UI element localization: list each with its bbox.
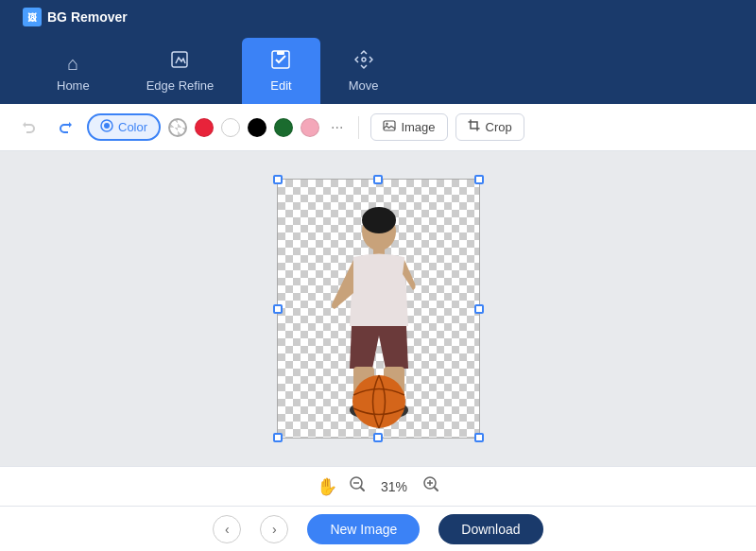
zoom-out-button[interactable] [349,475,366,497]
crop-handle-bottom-right[interactable] [474,433,484,442]
subject-figure [278,180,481,439]
swatch-white[interactable] [221,118,240,137]
nav-item-move-label: Move [349,78,379,93]
move-icon [353,49,374,73]
canvas-area [0,151,756,466]
swatch-transparent[interactable] [168,118,187,137]
svg-point-10 [362,207,396,233]
swatch-pink[interactable] [301,118,319,137]
svg-rect-2 [277,51,284,55]
prev-button[interactable]: ‹ [213,515,241,543]
toolbar-separator [358,116,359,139]
crop-handle-bottom-mid[interactable] [373,433,383,442]
swatch-black[interactable] [248,118,266,137]
edit-icon [270,49,291,73]
edge-refine-icon [169,49,190,73]
crop-button[interactable]: Crop [455,113,524,141]
svg-point-7 [387,123,388,125]
redo-button[interactable] [51,113,79,142]
undo-button[interactable] [15,113,43,142]
crop-handle-left-mid[interactable] [273,304,283,314]
svg-line-19 [361,488,364,491]
zoom-bar: ✋ 31% [0,466,756,506]
nav-bar: ⌂ Home Edge Refine Edit [0,28,756,104]
svg-point-5 [104,123,110,129]
home-icon: ⌂ [67,54,78,73]
nav-item-move[interactable]: Move [320,38,407,104]
svg-rect-8 [471,122,477,129]
crop-button-icon [468,119,481,135]
app-logo: 🖼 [23,8,42,26]
app-title-bar: 🖼 BG Remover [8,8,143,26]
svg-rect-6 [384,121,395,130]
image-button-icon [383,119,396,135]
svg-point-16 [352,375,405,428]
nav-item-edge-refine-label: Edge Refine [146,78,215,93]
next-button[interactable]: › [260,515,288,543]
zoom-in-button[interactable] [422,475,439,497]
svg-point-3 [362,58,366,61]
app-title-text: BG Remover [47,9,128,25]
crop-handle-top-right[interactable] [474,175,484,184]
nav-item-edit[interactable]: Edit [242,38,319,104]
color-icon [100,119,113,135]
image-button-label: Image [401,120,435,134]
color-button[interactable]: Color [87,113,161,141]
nav-item-edit-label: Edit [270,78,291,93]
app-header: 🖼 BG Remover ⌂ Home Edge Refine [0,0,756,104]
crop-handle-top-mid[interactable] [373,175,383,184]
crop-handle-right-mid[interactable] [474,304,484,314]
zoom-value: 31% [377,479,411,494]
crop-handle-top-left[interactable] [273,175,283,184]
swatch-red[interactable] [195,118,214,137]
svg-line-23 [435,488,438,491]
more-colors-button[interactable]: ··· [327,119,347,136]
pan-tool-button[interactable]: ✋ [317,476,337,497]
new-image-button[interactable]: New Image [307,514,420,544]
color-button-label: Color [118,120,147,134]
nav-item-home[interactable]: ⌂ Home [28,43,118,104]
swatch-green[interactable] [274,118,293,137]
download-button[interactable]: Download [438,514,542,544]
nav-item-edge-refine[interactable]: Edge Refine [118,38,243,104]
action-bar: ‹ › New Image Download [0,506,756,551]
image-container[interactable] [277,179,480,439]
crop-button-label: Crop [486,120,512,134]
image-button[interactable]: Image [370,113,447,141]
toolbar: Color ··· Image Crop [0,104,756,151]
crop-handle-bottom-left[interactable] [273,433,283,442]
nav-item-home-label: Home [57,78,90,93]
